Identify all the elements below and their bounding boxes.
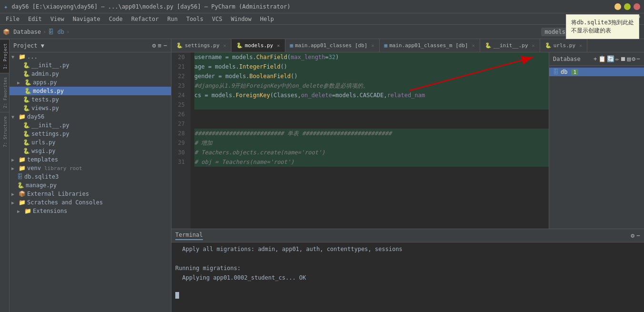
db-item-number: 1: [571, 69, 578, 75]
minimize-button[interactable]: [614, 3, 621, 10]
terminal-settings-icon[interactable]: ⚙: [631, 232, 634, 239]
close-button[interactable]: [634, 3, 640, 10]
arrow-icon: ▶: [11, 191, 17, 197]
tab-init[interactable]: 🐍 __init__.py ✕: [480, 39, 540, 52]
terminal-content[interactable]: Apply all migrations: admin, app01, auth…: [171, 242, 644, 312]
structure-tab[interactable]: 7: Structure: [0, 112, 9, 151]
tab-models[interactable]: 🐍 models.py ✕: [231, 39, 285, 52]
menu-navigate[interactable]: Navigate: [69, 15, 104, 23]
sidebar-gear-icon[interactable]: ≡: [158, 42, 161, 49]
line-numbers: 20 21 22 23 24 25 26 27 28 29 30 31: [171, 52, 191, 229]
tree-item-admin[interactable]: 🐍 admin.py: [10, 70, 171, 78]
tree-item-extensions[interactable]: ▶ 📁 Extensions: [10, 207, 171, 215]
db-item-label: db: [561, 69, 567, 75]
tree-item-ext-libs[interactable]: ▶ 📦 External Libraries: [10, 190, 171, 198]
tree-item-urls[interactable]: 🐍 urls.py: [10, 138, 171, 147]
model-dropdown-label: models: [545, 29, 565, 35]
stop-build-button[interactable]: ⏹: [602, 27, 612, 36]
menu-view[interactable]: View: [47, 15, 68, 23]
menu-file[interactable]: File: [2, 15, 23, 23]
db-copy-icon[interactable]: 📋: [598, 55, 606, 62]
menu-tools[interactable]: Tools: [182, 15, 207, 23]
py-file-icon: 🐍: [24, 88, 31, 94]
tab-classes-db[interactable]: ▦ main.app01_classes [db] ✕: [285, 39, 380, 52]
tab-urls[interactable]: 🐍 urls.py ✕: [540, 39, 587, 52]
line-num-31: 31: [171, 157, 188, 167]
tree-item-apps[interactable]: ▶ 🐍 apps.py: [10, 78, 171, 87]
tree-label: urls.py: [31, 139, 56, 146]
tree-label: tests.py: [31, 96, 59, 103]
rerun-button[interactable]: ↺: [614, 27, 623, 36]
search-everywhere-button[interactable]: 🔍: [630, 27, 641, 36]
db-edit-icon[interactable]: ✏: [615, 55, 619, 62]
tree-item-scratches[interactable]: ▶ 📁 Scratches and Consoles: [10, 198, 171, 207]
code-line-20: username = models.CharField(max_length=3…: [194, 52, 549, 62]
tree-item-init[interactable]: 🐍 __init__.py: [10, 61, 171, 70]
maximize-button[interactable]: [624, 3, 631, 10]
dropdown-arrow-icon: ▼: [567, 29, 570, 34]
close-tab-icon[interactable]: ✕: [223, 43, 226, 48]
tab-label: main.app01_classes_m [db]: [389, 42, 468, 49]
menu-refactor[interactable]: Refactor: [127, 15, 162, 23]
db-item-db[interactable]: 🗄 db 1: [549, 68, 644, 76]
close-tab-icon[interactable]: ✕: [532, 43, 535, 48]
terminal-minimize-icon[interactable]: −: [636, 232, 640, 239]
terminal-line-2: [175, 254, 640, 263]
menu-help[interactable]: Help: [256, 15, 278, 23]
tab-label: models.py: [245, 42, 273, 49]
menu-window[interactable]: Window: [227, 15, 255, 23]
close-tab-icon[interactable]: ✕: [277, 43, 280, 48]
sidebar-close-icon[interactable]: −: [163, 42, 167, 49]
toolbar-separator: [626, 28, 626, 36]
terminal-section: Terminal ⚙ − Apply all migrations: admin…: [171, 229, 644, 312]
db-settings-icon[interactable]: ⚙: [632, 55, 635, 62]
close-tab-icon[interactable]: ✕: [371, 43, 374, 48]
tree-item-views[interactable]: 🐍 views.py: [10, 104, 171, 112]
menu-run[interactable]: Run: [163, 15, 181, 23]
line-num-23: 23: [171, 81, 188, 91]
menu-code[interactable]: Code: [105, 15, 127, 23]
project-label: Project ▼: [13, 42, 44, 49]
tree-item-manage[interactable]: 🐍 manage.py: [10, 181, 171, 190]
menu-vcs[interactable]: VCS: [208, 15, 226, 23]
line-num-22: 22: [171, 71, 188, 81]
tree-item-wsgi[interactable]: 🐍 wsgi.py: [10, 147, 171, 155]
title-bar-controls[interactable]: [614, 3, 640, 10]
code-editor[interactable]: 20 21 22 23 24 25 26 27 28 29 30 31: [171, 52, 549, 229]
close-tab-icon[interactable]: ✕: [579, 43, 582, 48]
db-stop-icon[interactable]: ⏹: [620, 55, 626, 62]
sidebar-settings-icon[interactable]: ⚙: [152, 42, 156, 49]
close-tab-icon[interactable]: ✕: [472, 43, 475, 48]
breadcrumb-db[interactable]: 📦 Database: [3, 29, 41, 35]
db-add-icon[interactable]: +: [594, 55, 597, 62]
tree-item-settings[interactable]: 🐍 settings.py: [10, 130, 171, 138]
favorites-tab[interactable]: 2: Favorites: [0, 73, 9, 112]
project-tab[interactable]: 1: Project: [0, 39, 9, 73]
line-num-26: 26: [171, 110, 188, 119]
tree-item-parent[interactable]: ▼ 📁 ...: [10, 52, 171, 61]
tree-item-models[interactable]: 🐍 models.py: [10, 87, 171, 95]
tree-item-dbsqlite[interactable]: 🗄 db.sqlite3: [10, 172, 171, 181]
db-minus-icon[interactable]: −: [636, 55, 640, 62]
tree-item-day56-init[interactable]: 🐍 __init__.py: [10, 121, 171, 130]
tree-label: External Libraries: [27, 191, 89, 197]
run-button[interactable]: ▶: [580, 27, 588, 36]
tree-item-venv[interactable]: ▶ 📁 venv library root: [10, 164, 171, 172]
terminal-tab-label[interactable]: Terminal: [175, 231, 203, 240]
tree-item-templates[interactable]: ▶ 📁 templates: [10, 155, 171, 164]
tree-label: settings.py: [31, 131, 69, 137]
db-refresh-icon[interactable]: 🔄: [607, 55, 614, 62]
db-layout-icon[interactable]: ▤: [627, 55, 631, 62]
tab-settings[interactable]: 🐍 settings.py ✕: [171, 39, 231, 52]
model-dropdown[interactable]: models ▼: [541, 28, 574, 36]
build-button[interactable]: ⚙: [590, 27, 600, 36]
menu-edit[interactable]: Edit: [24, 15, 46, 23]
breadcrumb-db-item[interactable]: 🗄 db: [48, 29, 64, 35]
tree-item-tests[interactable]: 🐍 tests.py: [10, 95, 171, 104]
code-lines[interactable]: username = models.CharField(max_length=3…: [191, 52, 549, 229]
table-tab-icon: ▦: [290, 42, 293, 49]
tree-item-day56[interactable]: ▼ 📁 day56: [10, 112, 171, 121]
tab-classes-m-db[interactable]: ▦ main.app01_classes_m [db] ✕: [380, 39, 480, 52]
code-line-23: #django从1.9开始ForeignKey中的on_delete参数是必填项…: [194, 81, 549, 91]
tree-label: venv: [27, 165, 41, 171]
